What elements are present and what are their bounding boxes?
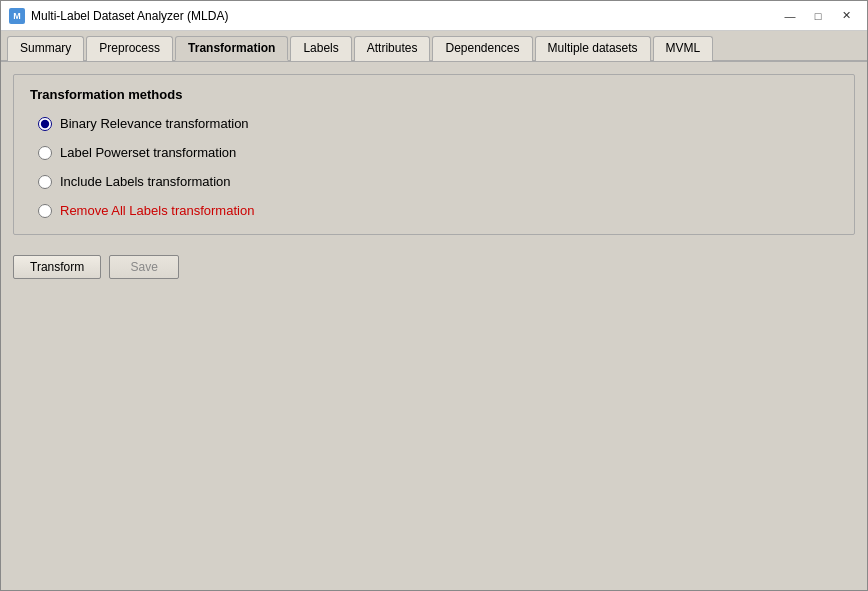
section-title: Transformation methods <box>30 87 838 102</box>
radio-label-binary-relevance: Binary Relevance transformation <box>60 116 249 131</box>
tab-dependences[interactable]: Dependences <box>432 36 532 61</box>
radio-include-labels[interactable] <box>38 175 52 189</box>
transform-button[interactable]: Transform <box>13 255 101 279</box>
radio-group: Binary Relevance transformation Label Po… <box>30 116 838 218</box>
transformation-methods-box: Transformation methods Binary Relevance … <box>13 74 855 235</box>
tab-attributes[interactable]: Attributes <box>354 36 431 61</box>
tab-labels[interactable]: Labels <box>290 36 351 61</box>
radio-label-label-powerset: Label Powerset transformation <box>60 145 236 160</box>
title-bar-left: M Multi-Label Dataset Analyzer (MLDA) <box>9 8 228 24</box>
radio-label-remove-all-labels: Remove All Labels transformation <box>60 203 254 218</box>
save-button[interactable]: Save <box>109 255 179 279</box>
content-area: Transformation methods Binary Relevance … <box>1 62 867 590</box>
button-row: Transform Save <box>13 251 855 283</box>
radio-label-include-labels: Include Labels transformation <box>60 174 231 189</box>
tab-multiple-datasets[interactable]: Multiple datasets <box>535 36 651 61</box>
tab-summary[interactable]: Summary <box>7 36 84 61</box>
radio-item-include-labels[interactable]: Include Labels transformation <box>38 174 838 189</box>
main-window: M Multi-Label Dataset Analyzer (MLDA) — … <box>0 0 868 591</box>
radio-item-label-powerset[interactable]: Label Powerset transformation <box>38 145 838 160</box>
title-bar: M Multi-Label Dataset Analyzer (MLDA) — … <box>1 1 867 31</box>
window-title: Multi-Label Dataset Analyzer (MLDA) <box>31 9 228 23</box>
title-controls: — □ ✕ <box>777 6 859 26</box>
minimize-button[interactable]: — <box>777 6 803 26</box>
maximize-button[interactable]: □ <box>805 6 831 26</box>
radio-binary-relevance[interactable] <box>38 117 52 131</box>
tab-bar: Summary Preprocess Transformation Labels… <box>1 31 867 62</box>
tab-preprocess[interactable]: Preprocess <box>86 36 173 61</box>
app-icon: M <box>9 8 25 24</box>
radio-item-binary-relevance[interactable]: Binary Relevance transformation <box>38 116 838 131</box>
radio-remove-all-labels[interactable] <box>38 204 52 218</box>
close-button[interactable]: ✕ <box>833 6 859 26</box>
radio-label-powerset[interactable] <box>38 146 52 160</box>
radio-item-remove-all-labels[interactable]: Remove All Labels transformation <box>38 203 838 218</box>
tab-transformation[interactable]: Transformation <box>175 36 288 61</box>
tab-mvml[interactable]: MVML <box>653 36 714 61</box>
